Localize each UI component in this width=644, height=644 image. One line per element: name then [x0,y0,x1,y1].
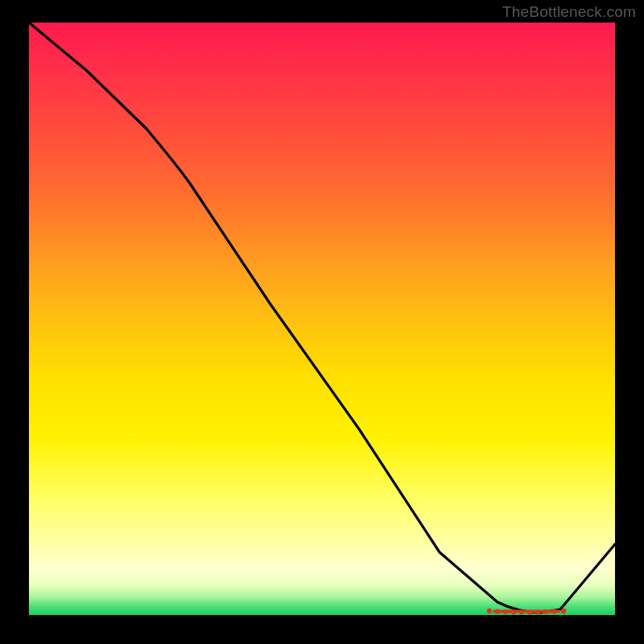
svg-point-0 [487,609,492,613]
plot-area [29,23,615,615]
series-curve [29,23,615,613]
line-chart-svg [29,23,615,615]
svg-point-9 [561,609,566,613]
marker-band [487,609,566,615]
svg-rect-10 [493,610,560,613]
watermark-text: TheBottleneck.com [502,3,636,21]
chart-frame: TheBottleneck.com [0,0,644,644]
